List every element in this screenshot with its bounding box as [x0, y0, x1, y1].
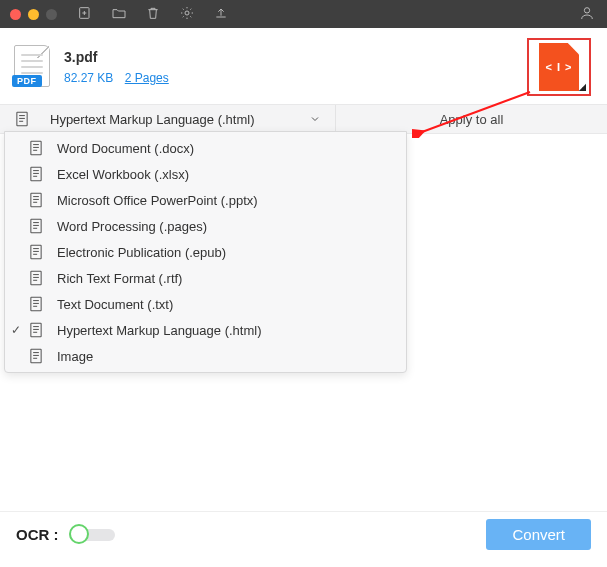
file-meta: 3.pdf 82.27 KB 2 Pages — [64, 49, 527, 85]
titlebar — [0, 0, 607, 28]
pdf-badge: PDF — [12, 75, 42, 87]
add-file-icon[interactable] — [77, 5, 93, 24]
window-traffic-lights — [10, 9, 57, 20]
format-option[interactable]: Microsoft Office PowerPoint (.pptx) — [5, 187, 406, 213]
file-name: 3.pdf — [64, 49, 527, 65]
svg-rect-37 — [31, 323, 41, 337]
format-option-label: Electronic Publication (.epub) — [57, 245, 226, 260]
file-size: 82.27 KB — [64, 71, 113, 85]
output-format-highlight: < I > — [527, 38, 591, 96]
svg-rect-17 — [31, 193, 41, 207]
svg-rect-33 — [31, 297, 41, 311]
chevron-down-icon — [309, 113, 321, 125]
zoom-window-dot[interactable] — [46, 9, 57, 20]
gear-icon[interactable] — [179, 5, 195, 24]
svg-rect-21 — [31, 219, 41, 233]
close-window-dot[interactable] — [10, 9, 21, 20]
code-icon: < I > — [545, 61, 572, 73]
svg-rect-25 — [31, 245, 41, 259]
folder-icon[interactable] — [111, 5, 127, 24]
format-option[interactable]: Word Processing (.pages) — [5, 213, 406, 239]
svg-rect-5 — [17, 112, 27, 126]
format-option-label: Rich Text Format (.rtf) — [57, 271, 182, 286]
ocr-label: OCR : — [16, 526, 59, 543]
format-bar: Hypertext Markup Language (.html) Apply … — [0, 104, 607, 134]
format-option[interactable]: Hypertext Markup Language (.html) — [5, 317, 406, 343]
output-file-icon[interactable]: < I > — [539, 43, 579, 91]
format-option[interactable]: Rich Text Format (.rtf) — [5, 265, 406, 291]
format-dropdown: Word Document (.docx)Excel Workbook (.xl… — [4, 131, 407, 373]
upload-icon[interactable] — [213, 5, 229, 24]
toolbar — [77, 5, 597, 24]
format-option-label: Text Document (.txt) — [57, 297, 173, 312]
format-option-label: Microsoft Office PowerPoint (.pptx) — [57, 193, 258, 208]
format-option[interactable]: Word Document (.docx) — [5, 135, 406, 161]
apply-to-all-button[interactable]: Apply to all — [335, 105, 607, 133]
format-type-icon — [0, 105, 44, 133]
convert-button[interactable]: Convert — [486, 519, 591, 550]
format-option-label: Excel Workbook (.xlsx) — [57, 167, 189, 182]
svg-rect-41 — [31, 349, 41, 363]
format-option[interactable]: Electronic Publication (.epub) — [5, 239, 406, 265]
format-option[interactable]: Text Document (.txt) — [5, 291, 406, 317]
file-row: PDF 3.pdf 82.27 KB 2 Pages < I > — [0, 28, 607, 104]
trash-icon[interactable] — [145, 5, 161, 24]
account-icon[interactable] — [579, 5, 597, 23]
format-option[interactable]: Image — [5, 343, 406, 369]
bottom-bar: OCR : Convert — [0, 511, 607, 557]
svg-point-3 — [185, 11, 189, 15]
pdf-file-icon: PDF — [14, 45, 52, 89]
format-option[interactable]: Excel Workbook (.xlsx) — [5, 161, 406, 187]
ocr-toggle[interactable] — [69, 529, 115, 541]
svg-rect-13 — [31, 167, 41, 181]
dropdown-corner-icon — [579, 84, 586, 91]
svg-rect-29 — [31, 271, 41, 285]
svg-point-4 — [584, 8, 589, 13]
minimize-window-dot[interactable] — [28, 9, 39, 20]
format-option-label: Image — [57, 349, 93, 364]
format-selected-label: Hypertext Markup Language (.html) — [50, 112, 254, 127]
format-option-label: Word Processing (.pages) — [57, 219, 207, 234]
format-option-label: Word Document (.docx) — [57, 141, 194, 156]
file-pages-link[interactable]: 2 Pages — [125, 71, 169, 85]
format-option-label: Hypertext Markup Language (.html) — [57, 323, 261, 338]
format-select[interactable]: Hypertext Markup Language (.html) — [44, 105, 335, 133]
svg-rect-9 — [31, 141, 41, 155]
apply-label: Apply to all — [440, 112, 504, 127]
